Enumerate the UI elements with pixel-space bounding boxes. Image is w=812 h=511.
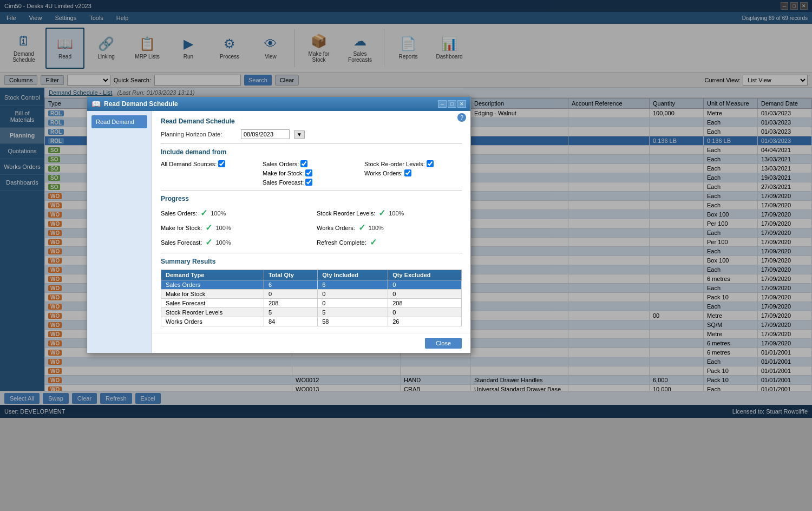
progress-make-for-stock: Make for Stock: ✓ 100% [161, 221, 306, 234]
sales-orders-checkbox[interactable] [300, 160, 307, 167]
progress-refresh: Refresh Complete: ✓ [317, 236, 462, 248]
summary-type: Sales Orders [161, 280, 264, 290]
summary-included: 58 [318, 317, 388, 326]
make-for-stock-label: Make for Stock: [263, 170, 304, 176]
modal-inner: Read Demand ? Read Demand Schedule Plann… [87, 111, 470, 353]
modal-title-bar: 📖 Read Demand Schedule ─ □ ✕ [87, 97, 470, 111]
summary-row[interactable]: Make for Stock 0 0 0 [161, 290, 462, 299]
stock-reorder-checkbox[interactable] [427, 160, 434, 167]
progress-stock-reorder: Stock Reorder Levels: ✓ 100% [317, 207, 462, 219]
cb-works-orders: Works Orders: [364, 169, 462, 176]
summary-excluded: 0 [388, 280, 462, 290]
progress-title: Progress [161, 195, 462, 202]
progress-rc-check: ✓ [370, 237, 377, 247]
summary-included: 6 [318, 280, 388, 290]
summary-row[interactable]: Stock Reorder Levels 5 5 0 [161, 308, 462, 317]
divider-3 [161, 253, 462, 253]
summary-excluded: 0 [388, 290, 462, 299]
summary-col-included: Qty Included [318, 270, 388, 280]
cb-sales-orders: Sales Orders: [263, 160, 360, 167]
read-demand-modal: 📖 Read Demand Schedule ─ □ ✕ Read Demand… [87, 96, 471, 353]
summary-col-total: Total Qty [264, 270, 317, 280]
summary-total: 6 [264, 280, 317, 290]
modal-title-controls: ─ □ ✕ [438, 100, 466, 108]
col-stock-reorder: Stock Re-order Levels: Works Orders: [364, 160, 462, 186]
include-demand-title: Include demand from [161, 148, 462, 156]
progress-sf-check: ✓ [205, 237, 212, 247]
progress-sf-pct: 100% [215, 239, 231, 246]
summary-table: Demand Type Total Qty Qty Included Qty E… [161, 270, 462, 326]
progress-sf-label: Sales Forecast: [161, 239, 202, 246]
modal-minimize-btn[interactable]: ─ [438, 100, 447, 108]
modal-footer: Close [152, 333, 470, 353]
summary-total: 84 [264, 317, 317, 326]
summary-row[interactable]: Works Orders 84 58 26 [161, 317, 462, 326]
progress-so-check: ✓ [200, 208, 207, 218]
summary-total: 0 [264, 290, 317, 299]
progress-sr-label: Stock Reorder Levels: [317, 210, 375, 217]
cb-all-demand-sources: All Demand Sources: [161, 160, 258, 167]
summary-excluded: 0 [388, 308, 462, 317]
modal-right-content: ? Read Demand Schedule Planning Horizon … [152, 111, 470, 353]
read-demand-btn[interactable]: Read Demand [91, 115, 147, 128]
summary-col-excluded: Qty Excluded [388, 270, 462, 280]
help-icon[interactable]: ? [457, 113, 466, 122]
progress-sales-forecast: Sales Forecast: ✓ 100% [161, 236, 306, 248]
sales-forecast-label: Sales Forecast: [263, 179, 304, 186]
summary-row[interactable]: Sales Forecast 208 0 208 [161, 299, 462, 308]
make-for-stock-checkbox[interactable] [305, 169, 312, 176]
stock-reorder-label: Stock Re-order Levels: [364, 161, 425, 167]
summary-total: 208 [264, 299, 317, 308]
progress-sr-check: ✓ [378, 208, 385, 218]
planning-horizon-calendar-btn[interactable]: ▼ [294, 130, 305, 139]
cb-make-for-stock: Make for Stock: [263, 169, 360, 176]
progress-so-label: Sales Orders: [161, 210, 197, 217]
modal-close-button[interactable]: Close [425, 338, 462, 349]
planning-horizon-label: Planning Horizon Date: [161, 131, 237, 137]
col-sales-orders: Sales Orders: Make for Stock: Sales Fore… [263, 160, 360, 186]
summary-header-row: Demand Type Total Qty Qty Included Qty E… [161, 270, 462, 280]
progress-grid: Sales Orders: ✓ 100% Stock Reorder Level… [161, 207, 462, 248]
modal-close-btn[interactable]: ✕ [457, 100, 466, 108]
cb-stock-reorder: Stock Re-order Levels: [364, 160, 462, 167]
summary-total: 5 [264, 308, 317, 317]
progress-rc-label: Refresh Complete: [317, 239, 366, 246]
works-orders-checkbox[interactable] [404, 169, 411, 176]
summary-type: Make for Stock [161, 290, 264, 299]
modal-body: Read Demand Schedule Planning Horizon Da… [152, 111, 470, 333]
progress-mfs-check: ✓ [205, 222, 212, 233]
progress-sales-orders: Sales Orders: ✓ 100% [161, 207, 306, 219]
all-demand-checkbox[interactable] [218, 160, 225, 167]
progress-mfs-pct: 100% [215, 225, 231, 231]
include-demand-checkboxes: All Demand Sources: Sales Orders: Make f… [161, 160, 462, 186]
progress-wo-pct: 100% [369, 225, 384, 231]
works-orders-label: Works Orders: [364, 170, 403, 176]
summary-title: Summary Results [161, 258, 462, 265]
summary-type: Works Orders [161, 317, 264, 326]
sales-forecast-checkbox[interactable] [305, 179, 312, 186]
modal-title-icon: 📖 [91, 100, 101, 108]
cb-sales-forecast: Sales Forecast: [263, 179, 360, 186]
summary-included: 0 [318, 299, 388, 308]
all-demand-label: All Demand Sources: [161, 161, 217, 167]
col-all-demand: All Demand Sources: [161, 160, 258, 186]
progress-sr-pct: 100% [389, 210, 404, 217]
progress-wo-label: Works Orders: [317, 225, 355, 231]
progress-wo-check: ✓ [358, 222, 365, 233]
summary-row[interactable]: Sales Orders 6 6 0 [161, 280, 462, 290]
modal-title-text: Read Demand Schedule [104, 100, 178, 108]
summary-type: Sales Forecast [161, 299, 264, 308]
summary-excluded: 208 [388, 299, 462, 308]
modal-section-title: Read Demand Schedule [161, 117, 462, 125]
modal-overlay: 📖 Read Demand Schedule ─ □ ✕ Read Demand… [0, 0, 812, 418]
progress-works-orders: Works Orders: ✓ 100% [317, 221, 462, 234]
planning-horizon-input[interactable] [241, 129, 290, 139]
progress-so-pct: 100% [211, 210, 226, 217]
progress-mfs-label: Make for Stock: [161, 225, 202, 231]
summary-type: Stock Reorder Levels [161, 308, 264, 317]
summary-col-type: Demand Type [161, 270, 264, 280]
divider-2 [161, 190, 462, 191]
sales-orders-label: Sales Orders: [263, 161, 299, 167]
modal-maximize-btn[interactable]: □ [448, 100, 456, 108]
summary-included: 5 [318, 308, 388, 317]
